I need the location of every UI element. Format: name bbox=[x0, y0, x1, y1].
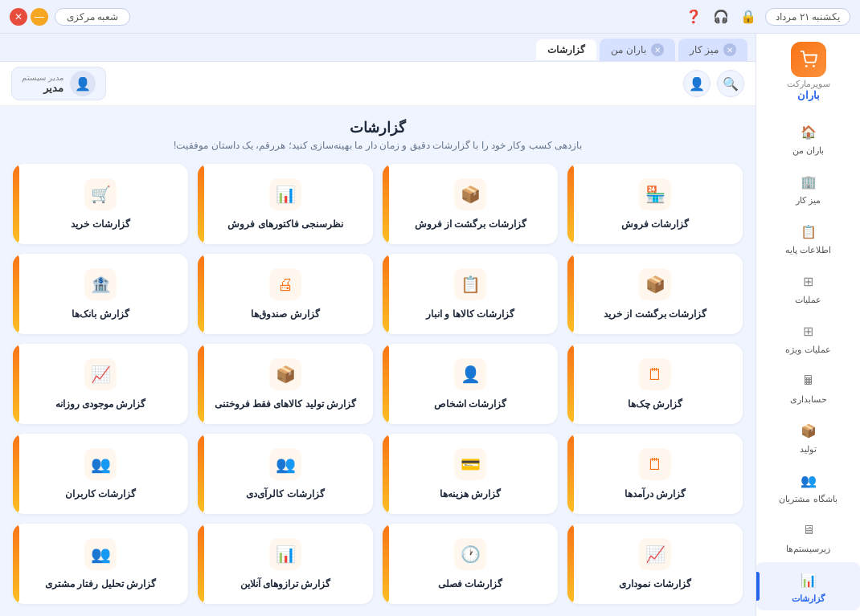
card-icon-sales-report: 🏪 bbox=[639, 178, 671, 210]
sidebar-item-reports[interactable]: 📊 گزارشات bbox=[756, 562, 860, 610]
content-area: ✕ میز کار ✕ باران من گزارشات 🔍 👤 👤 مدیر … bbox=[0, 34, 756, 616]
search-button[interactable]: 🔍 bbox=[717, 70, 744, 97]
sidebar-item-settings[interactable]: ⚙ تنظیمات bbox=[756, 612, 860, 616]
brand-sub: سوپرمارکت bbox=[787, 79, 830, 89]
sidebar-item-label: گزارشات bbox=[792, 594, 825, 604]
page-subtitle: بازدهی کسب وکار خود را با گزارشات دقیق و… bbox=[13, 140, 743, 151]
sidebar-item-base-info[interactable]: 📋 اطلاعات پایه bbox=[756, 214, 860, 262]
sidebar-item-desk[interactable]: 🏢 میز کار bbox=[756, 164, 860, 212]
card-title-chart-report: گزارشات نموداری bbox=[619, 577, 690, 591]
card-icon-behavior-analysis: 👥 bbox=[84, 538, 117, 570]
report-card-daily-inventory[interactable]: 📈 گزارش موجودی روزانه bbox=[13, 344, 188, 424]
card-icon-check-report: 🗒 bbox=[639, 358, 671, 390]
logo-icon bbox=[791, 42, 826, 77]
card-title-return-from-sales: گزارشات برگشت از فروش bbox=[415, 217, 526, 231]
sidebar: سوپرمارکت باران 🏠 باران من 🏢 میز کار 📋 ا… bbox=[756, 34, 860, 616]
operations-icon: ⊞ bbox=[797, 270, 820, 292]
card-icon-production-only-sold: 📦 bbox=[269, 358, 301, 390]
user-info: 👤 مدیر سیستم مدیر bbox=[11, 67, 106, 100]
svg-point-0 bbox=[805, 65, 807, 67]
close-button[interactable]: ✕ bbox=[10, 8, 27, 26]
report-card-online-balance[interactable]: 📊 گزارش ترازوهای آنلاین bbox=[198, 524, 373, 604]
sidebar-item-label: تولید bbox=[800, 444, 817, 455]
card-icon-return-from-purchase: 📦 bbox=[639, 268, 671, 300]
report-card-chart-report[interactable]: 📈 گزارشات نموداری bbox=[567, 524, 743, 604]
report-card-fund-report[interactable]: 🖨 گزارش صندوق‌ها bbox=[198, 254, 373, 334]
topbar-right: یکشنبه ۲۱ مرداد 🔒 🎧 ❓ bbox=[683, 6, 850, 27]
customer-club-icon: 👥 bbox=[797, 469, 820, 492]
card-icon-persons-report: 👤 bbox=[454, 358, 486, 390]
topbar-left: شعبه مرکزی — ✕ bbox=[10, 8, 130, 26]
sidebar-item-accounting[interactable]: 🖩 حسابداری bbox=[756, 363, 860, 411]
card-icon-daily-inventory: 📈 bbox=[84, 358, 117, 390]
tab-reports[interactable]: گزارشات bbox=[536, 39, 596, 60]
report-card-persons-report[interactable]: 👤 گزارشات اشخاص bbox=[383, 344, 558, 424]
report-card-user-report[interactable]: 👥 گزارشات کاربران bbox=[13, 434, 188, 514]
report-card-expense-report[interactable]: 💳 گزارش هزینه‌ها bbox=[383, 434, 558, 514]
sidebar-item-label: باران من bbox=[792, 145, 824, 156]
card-icon-return-from-sales: 📦 bbox=[454, 178, 486, 210]
card-title-barcode-report: گزارشات کالرآی‌دی bbox=[246, 487, 324, 501]
card-icon-goods-warehouse: 📋 bbox=[454, 268, 486, 300]
tabs-bar: ✕ میز کار ✕ باران من گزارشات bbox=[0, 34, 756, 62]
branch-label[interactable]: شعبه مرکزی bbox=[55, 8, 130, 26]
help-icon[interactable]: ❓ bbox=[683, 6, 704, 27]
tab-close-my-baran[interactable]: ✕ bbox=[651, 43, 664, 56]
tab-desk[interactable]: ✕ میز کار bbox=[678, 39, 747, 61]
base-info-icon: 📋 bbox=[797, 220, 820, 243]
report-card-invoice-analysis[interactable]: 📊 نظرسنجی فاکتورهای فروش bbox=[198, 164, 373, 244]
user-avatar: 👤 bbox=[70, 71, 96, 96]
sidebar-item-label: زیرسیستم‌ها bbox=[786, 544, 830, 554]
headset-icon[interactable]: 🎧 bbox=[711, 6, 731, 27]
card-icon-seasonal-report: 🕐 bbox=[454, 538, 486, 570]
subsystems-icon: 🖥 bbox=[797, 519, 820, 541]
report-card-sales-report[interactable]: 🏪 گزارشات فروش bbox=[567, 164, 743, 244]
card-title-behavior-analysis: گزارش تحلیل رفتار مشتری bbox=[45, 577, 156, 591]
report-card-check-report[interactable]: 🗒 گزارش چک‌ها bbox=[567, 344, 743, 424]
desk-icon: 🏢 bbox=[797, 170, 820, 193]
card-icon-expense-report: 💳 bbox=[454, 448, 486, 480]
notification-button[interactable]: 👤 bbox=[683, 70, 711, 97]
tab-my-baran[interactable]: ✕ باران من bbox=[600, 39, 674, 61]
lock-icon[interactable]: 🔒 bbox=[738, 6, 759, 27]
card-title-purchase-report: گزارشات خرید bbox=[71, 217, 129, 231]
report-card-return-from-purchase[interactable]: 📦 گزارشات برگشت از خرید bbox=[567, 254, 743, 334]
report-card-bank-report[interactable]: 🏦 گزارش بانک‌ها bbox=[13, 254, 188, 334]
user-role: مدیر سیستم bbox=[22, 73, 63, 82]
sidebar-item-label: حسابداری bbox=[790, 394, 827, 405]
sidebar-item-my-baran[interactable]: 🏠 باران من bbox=[756, 114, 860, 162]
topbar: یکشنبه ۲۱ مرداد 🔒 🎧 ❓ شعبه مرکزی — ✕ bbox=[0, 0, 860, 34]
report-card-purchase-report[interactable]: 🛒 گزارشات خرید bbox=[13, 164, 188, 244]
report-card-seasonal-report[interactable]: 🕐 گزارشات فصلی bbox=[383, 524, 558, 604]
user-actions: 🔍 👤 bbox=[683, 70, 744, 97]
card-icon-fund-report: 🖨 bbox=[269, 268, 301, 300]
brand-name: باران bbox=[797, 89, 820, 101]
report-card-barcode-report[interactable]: 👥 گزارشات کالرآی‌دی bbox=[198, 434, 373, 514]
sidebar-item-special-ops[interactable]: ⊞ عملیات ویژه bbox=[756, 313, 860, 361]
sidebar-item-customer-club[interactable]: 👥 باشگاه مشتریان bbox=[756, 463, 860, 511]
report-card-behavior-analysis[interactable]: 👥 گزارش تحلیل رفتار مشتری bbox=[13, 524, 188, 604]
sidebar-item-production[interactable]: 📦 تولید bbox=[756, 413, 860, 461]
card-icon-chart-report: 📈 bbox=[639, 538, 671, 570]
report-card-return-from-sales[interactable]: 📦 گزارشات برگشت از فروش bbox=[383, 164, 558, 244]
card-title-production-only-sold: گزارش تولید کالاهای فقط فروختنی bbox=[215, 397, 356, 411]
page-title: گزارشات bbox=[13, 119, 743, 137]
card-title-sales-report: گزارشات فروش bbox=[621, 217, 689, 231]
minimize-button[interactable]: — bbox=[31, 8, 48, 26]
report-card-goods-warehouse[interactable]: 📋 گزارشات کالاها و انبار bbox=[383, 254, 558, 334]
card-icon-barcode-report: 👥 bbox=[269, 448, 301, 480]
user-details: مدیر سیستم مدیر bbox=[22, 73, 63, 94]
card-icon-online-balance: 📊 bbox=[269, 538, 301, 570]
topbar-date: یکشنبه ۲۱ مرداد bbox=[765, 8, 850, 26]
report-card-production-only-sold[interactable]: 📦 گزارش تولید کالاهای فقط فروختنی bbox=[198, 344, 373, 424]
production-icon: 📦 bbox=[797, 419, 820, 442]
tab-label-desk: میز کار bbox=[690, 44, 719, 55]
card-title-bank-report: گزارش بانک‌ها bbox=[72, 307, 129, 321]
user-name: مدیر bbox=[22, 82, 63, 94]
tab-close-desk[interactable]: ✕ bbox=[723, 43, 736, 56]
card-icon-invoice-analysis: 📊 bbox=[269, 178, 301, 210]
sidebar-item-label: میز کار bbox=[796, 195, 821, 206]
sidebar-item-operations[interactable]: ⊞ عملیات bbox=[756, 263, 860, 312]
sidebar-item-subsystems[interactable]: 🖥 زیرسیستم‌ها bbox=[756, 512, 860, 561]
report-card-income-report[interactable]: 🗒 گزارش درآمدها bbox=[567, 434, 743, 514]
